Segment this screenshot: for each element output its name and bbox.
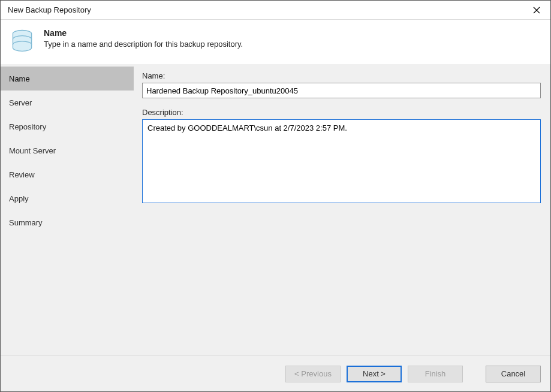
sidebar-item-server[interactable]: Server [1, 91, 134, 114]
finish-button: Finish [408, 366, 463, 382]
page-subtitle: Type in a name and description for this … [44, 39, 243, 50]
close-button[interactable] [523, 1, 550, 20]
sidebar-item-label: Repository [9, 122, 46, 131]
sidebar-item-review[interactable]: Review [1, 162, 134, 186]
page-title: Name [44, 27, 243, 39]
next-button[interactable]: Next > [347, 366, 402, 382]
sidebar-item-label: Review [9, 170, 35, 179]
repository-icon [9, 27, 35, 53]
window-title: New Backup Repository [8, 5, 91, 14]
name-label: Name: [142, 71, 541, 80]
sidebar-item-name[interactable]: Name [1, 67, 134, 91]
header-text: Name Type in a name and description for … [44, 27, 243, 50]
sidebar-item-repository[interactable]: Repository [1, 114, 134, 138]
sidebar-item-label: Name [9, 74, 30, 83]
wizard-sidebar: Name Server Repository Mount Server Revi… [1, 64, 134, 355]
name-input[interactable] [142, 83, 541, 98]
cancel-button[interactable]: Cancel [486, 366, 541, 382]
sidebar-item-label: Mount Server [9, 146, 56, 155]
sidebar-item-apply[interactable]: Apply [1, 186, 134, 210]
description-label: Description: [142, 108, 541, 117]
sidebar-item-summary[interactable]: Summary [1, 210, 134, 234]
sidebar-item-label: Summary [9, 218, 43, 227]
sidebar-item-mount-server[interactable]: Mount Server [1, 138, 134, 162]
wizard-header: Name Type in a name and description for … [1, 20, 550, 64]
close-icon [533, 7, 540, 14]
sidebar-item-label: Server [9, 98, 32, 107]
sidebar-item-label: Apply [9, 194, 29, 203]
description-textarea[interactable] [142, 119, 541, 203]
wizard-footer: < Previous Next > Finish Cancel [1, 355, 550, 391]
titlebar: New Backup Repository [1, 1, 550, 20]
wizard-content: Name: Description: [134, 64, 550, 355]
previous-button: < Previous [285, 366, 341, 382]
wizard-body: Name Server Repository Mount Server Revi… [1, 64, 550, 355]
wizard-window: New Backup Repository Name Type in a nam… [0, 0, 551, 392]
